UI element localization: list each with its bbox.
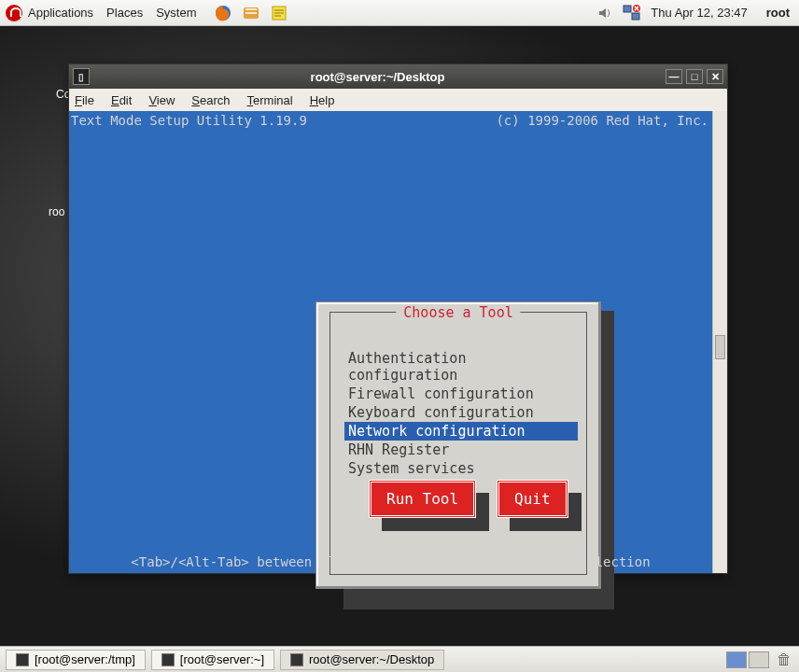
tui-header-left: Text Mode Setup Utility 1.19.9 [71, 113, 307, 128]
tool-item-rhn[interactable]: RHN Register [344, 441, 578, 459]
minimize-button[interactable]: — [666, 69, 682, 84]
menu-edit[interactable]: Edit [111, 93, 132, 107]
tool-item-services[interactable]: System services [344, 459, 578, 478]
tui-header-right: (c) 1999-2006 Red Hat, Inc. [496, 113, 708, 128]
top-panel: Applications Places System Thu Apr 12, 2… [0, 0, 799, 26]
titlebar[interactable]: ▯ root@server:~/Desktop — □ ✕ [69, 64, 727, 89]
menu-system[interactable]: System [156, 6, 196, 20]
menu-help[interactable]: Help [310, 93, 335, 107]
menu-search[interactable]: Search [191, 93, 230, 107]
tool-list[interactable]: Authentication configuration Firewall co… [344, 349, 578, 478]
menubar: File Edit View Search Terminal Help [69, 89, 727, 111]
tool-item-firewall[interactable]: Firewall configuration [344, 385, 578, 403]
quit-button[interactable]: Quit [497, 480, 568, 518]
task-button[interactable]: root@server:~/Desktop [280, 650, 444, 670]
workspace-1[interactable] [726, 651, 747, 668]
help-icon[interactable] [241, 3, 261, 23]
trash-icon[interactable]: 🗑 [775, 651, 793, 669]
tool-item-auth[interactable]: Authentication configuration [344, 349, 578, 385]
dialog-title: Choose a Tool [396, 304, 520, 321]
distro-logo-icon [6, 5, 22, 21]
desktop-icon-label: roo [49, 205, 64, 218]
sound-icon[interactable] [596, 5, 613, 21]
menu-applications[interactable]: Applications [28, 6, 93, 20]
workspace-switcher[interactable] [726, 651, 769, 668]
task-button[interactable]: [root@server:/tmp] [6, 650, 146, 670]
task-button[interactable]: [root@server:~] [151, 650, 274, 670]
close-button[interactable]: ✕ [707, 69, 723, 84]
tool-item-keyboard[interactable]: Keyboard configuration [344, 403, 578, 422]
choose-tool-dialog: Choose a Tool Authentication configurati… [315, 301, 601, 589]
task-label: root@server:~/Desktop [309, 652, 434, 666]
bottom-panel: [root@server:/tmp] [root@server:~] root@… [0, 646, 799, 672]
menu-file[interactable]: File [75, 93, 94, 107]
user-menu[interactable]: root [766, 6, 790, 20]
clock[interactable]: Thu Apr 12, 23:47 [651, 6, 747, 20]
firefox-icon[interactable] [213, 3, 233, 23]
menu-terminal[interactable]: Terminal [247, 93, 293, 107]
window-title: root@server:~/Desktop [93, 70, 662, 84]
terminal-scrollbar[interactable] [712, 111, 727, 573]
terminal-body: Text Mode Setup Utility 1.19.9 (c) 1999-… [69, 111, 727, 573]
svg-rect-3 [624, 6, 631, 12]
notes-icon[interactable] [269, 3, 289, 23]
menu-view[interactable]: View [148, 93, 175, 107]
svg-rect-4 [632, 13, 639, 20]
task-label: [root@server:~] [180, 652, 264, 666]
terminal-content[interactable]: Text Mode Setup Utility 1.19.9 (c) 1999-… [69, 111, 712, 573]
terminal-icon: ▯ [73, 68, 90, 85]
menu-places[interactable]: Places [106, 6, 143, 20]
terminal-icon [161, 653, 175, 666]
workspace-2[interactable] [749, 651, 769, 668]
tool-item-network[interactable]: Network configuration [344, 422, 578, 441]
task-label: [root@server:/tmp] [35, 652, 135, 666]
run-tool-button[interactable]: Run Tool [369, 480, 476, 518]
terminal-icon [290, 653, 303, 666]
terminal-icon [16, 653, 29, 666]
tui-footer-hint: <Tab>/<Alt-Tab> between elements | Use <… [69, 554, 712, 569]
scrollbar-thumb[interactable] [715, 335, 725, 359]
terminal-window: ▯ root@server:~/Desktop — □ ✕ File Edit … [68, 63, 728, 574]
maximize-button[interactable]: □ [686, 69, 703, 84]
network-icon[interactable] [623, 5, 641, 21]
